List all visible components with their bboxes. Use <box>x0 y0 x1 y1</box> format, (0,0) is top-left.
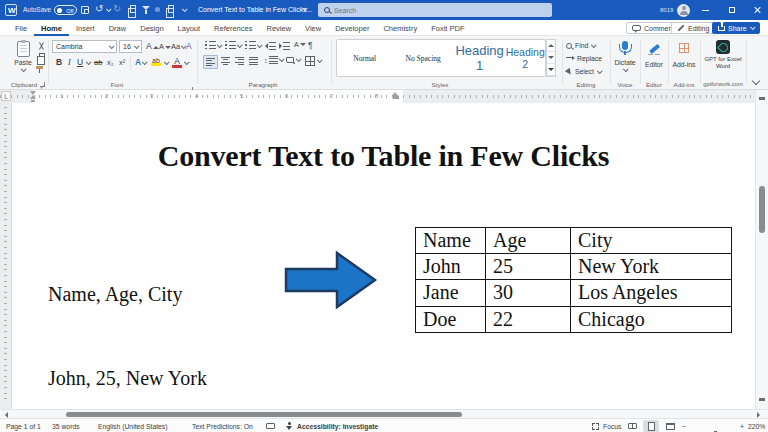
styles-more-button[interactable] <box>547 64 555 76</box>
web-layout-button[interactable] <box>662 420 678 432</box>
tab-foxit-pdf[interactable]: Foxit PDF <box>424 20 471 36</box>
chevron-down-icon[interactable] <box>217 42 223 48</box>
clipboard-dialog-launcher-icon[interactable] <box>40 82 45 87</box>
justify-button[interactable] <box>249 57 258 65</box>
decrease-indent-button[interactable] <box>265 42 276 50</box>
scroll-up-icon[interactable] <box>759 97 765 100</box>
arrow-right-shape[interactable] <box>284 250 378 310</box>
tab-developer[interactable]: Developer <box>328 20 376 36</box>
table-cell[interactable]: City <box>571 228 732 254</box>
zoom-level[interactable]: 220% <box>748 423 765 430</box>
tab-view[interactable]: View <box>298 20 328 36</box>
tab-layout[interactable]: Layout <box>171 20 208 36</box>
grow-font-button[interactable]: A <box>146 41 159 51</box>
align-center-button[interactable] <box>221 57 230 65</box>
text-line[interactable]: Name, Age, City <box>48 280 223 308</box>
chevron-down-icon[interactable] <box>257 42 263 48</box>
table-cell[interactable]: 25 <box>486 254 571 280</box>
vertical-ruler[interactable] <box>0 103 12 409</box>
align-right-button[interactable] <box>235 57 244 65</box>
focus-button[interactable]: Focus <box>603 423 622 430</box>
table-cell[interactable]: Chicago <box>571 306 732 332</box>
tab-insert[interactable]: Insert <box>69 20 102 36</box>
show-formatting-marks-button[interactable]: ¶ <box>308 40 313 50</box>
shrink-font-button[interactable]: A <box>159 42 171 51</box>
maximize-button[interactable] <box>721 0 743 20</box>
bold-button[interactable]: B <box>56 57 62 67</box>
editor-button[interactable]: Editor <box>640 42 668 68</box>
paste-special-icon[interactable] <box>165 5 174 13</box>
styles-scroll-up-button[interactable] <box>547 40 555 52</box>
highlight-color-button[interactable]: ab <box>151 57 161 66</box>
search-input[interactable] <box>334 7 514 14</box>
vertical-scrollbar[interactable] <box>755 90 768 409</box>
vertical-scrollbar-thumb[interactable] <box>759 186 765 233</box>
bullets-button[interactable] <box>205 41 216 50</box>
increase-indent-button[interactable] <box>279 42 290 50</box>
font-size-select[interactable]: 16 <box>119 40 142 53</box>
chevron-down-icon[interactable] <box>184 59 190 65</box>
clear-formatting-button[interactable]: A <box>186 41 192 51</box>
borders-button[interactable] <box>305 56 321 66</box>
left-indent-marker[interactable] <box>29 91 37 102</box>
search-box[interactable] <box>318 3 552 17</box>
italic-button[interactable]: I <box>68 57 71 67</box>
strikethrough-button[interactable]: ab <box>94 58 102 67</box>
table-cell[interactable]: John <box>416 254 486 280</box>
copy-button[interactable] <box>36 53 45 60</box>
table-cell[interactable]: 30 <box>486 280 571 306</box>
print-layout-button[interactable] <box>643 420 659 432</box>
undo-chevron-icon[interactable] <box>106 6 112 12</box>
font-color-button[interactable]: A <box>172 56 182 68</box>
tab-review[interactable]: Review <box>259 20 298 36</box>
document-page[interactable]: Convert Text to Table in Few Clicks Name… <box>12 103 755 409</box>
text-predictions[interactable]: Text Predictions: On <box>192 423 253 430</box>
scroll-left-icon[interactable] <box>5 412 8 418</box>
document-heading[interactable]: Convert Text to Table in Few Clicks <box>12 139 755 173</box>
word-logo-icon[interactable] <box>5 4 17 16</box>
cut-button[interactable] <box>37 42 45 50</box>
select-button[interactable]: Select <box>566 68 601 75</box>
tab-file[interactable]: File <box>8 20 34 36</box>
more-commands-icon[interactable] <box>182 6 188 12</box>
table-cell[interactable]: 22 <box>486 306 571 332</box>
horizontal-ruler[interactable]: 1 2 3 4 5 6 7 8 <box>0 90 755 103</box>
tab-references[interactable]: References <box>207 20 259 36</box>
subscript-button[interactable]: x₂ <box>107 58 114 67</box>
avatar[interactable] <box>677 4 690 17</box>
line-spacing-button[interactable]: ↕ <box>264 56 283 64</box>
zoom-in-button[interactable]: + <box>740 423 744 430</box>
tab-stop-selector[interactable] <box>1 91 11 101</box>
multilevel-list-button[interactable] <box>245 41 256 50</box>
redo-icon[interactable]: ↻ <box>113 4 121 14</box>
document-title[interactable]: Convert Text to Table in Few Clicks... <box>198 6 313 13</box>
table-cell[interactable]: Jane <box>416 280 486 306</box>
document-text-block[interactable]: Name, Age, City John, 25, New York Jane,… <box>48 224 223 432</box>
scroll-down-icon[interactable] <box>759 398 765 401</box>
horizontal-scrollbar[interactable] <box>0 409 768 418</box>
right-indent-marker[interactable] <box>392 92 399 101</box>
filter-icon[interactable] <box>142 6 150 10</box>
close-button[interactable] <box>746 0 768 20</box>
converted-table[interactable]: Name Age City John 25 New York Jane 30 L… <box>415 227 732 333</box>
table-cell[interactable]: Los Angeles <box>571 280 732 306</box>
replace-button[interactable]: Replace <box>566 55 602 62</box>
underline-chevron-icon[interactable] <box>86 59 92 65</box>
table-cell[interactable]: Age <box>486 228 571 254</box>
undo-icon[interactable]: ↺ <box>95 4 103 14</box>
save-icon[interactable] <box>81 6 89 14</box>
zoom-out-button[interactable]: − <box>682 423 686 430</box>
numbering-button[interactable] <box>225 41 236 50</box>
tab-chemistry[interactable]: Chemistry <box>376 20 424 36</box>
horizontal-scrollbar-thumb[interactable] <box>66 412 462 417</box>
paste-button[interactable]: Paste <box>13 41 33 73</box>
style-heading-1[interactable]: Heading 1 <box>454 43 506 73</box>
tab-draw[interactable]: Draw <box>102 20 134 36</box>
word-count[interactable]: 35 words <box>52 423 80 430</box>
collapse-ribbon-icon[interactable] <box>752 77 760 85</box>
text-effects-button[interactable]: A <box>135 57 146 67</box>
language-indicator[interactable]: English (United States) <box>98 423 168 430</box>
style-normal[interactable]: Normal <box>337 54 392 63</box>
dictate-button[interactable]: Dictate <box>610 41 640 73</box>
style-no-spacing[interactable]: No Spacing <box>392 54 453 63</box>
